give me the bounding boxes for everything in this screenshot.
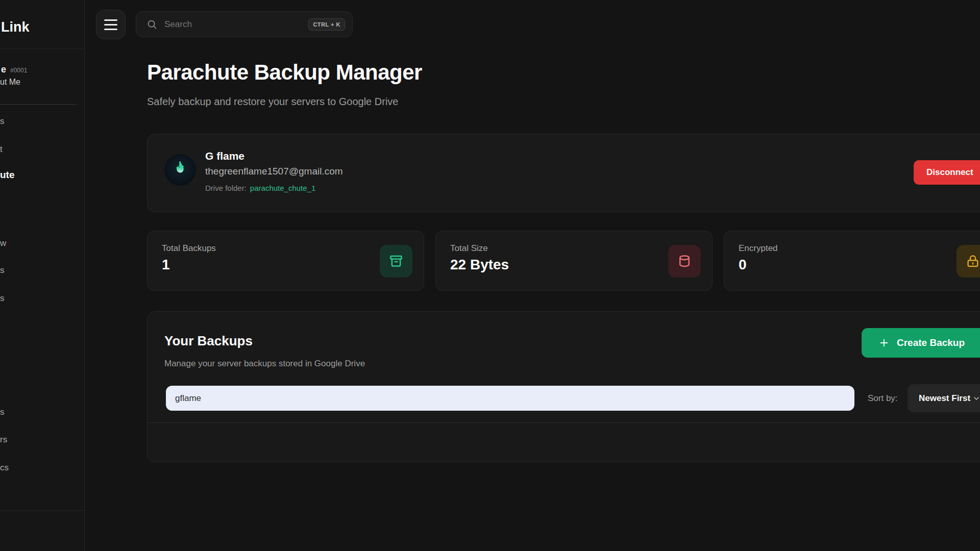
sort-dropdown[interactable]: Newest First xyxy=(908,384,980,412)
account-name: G flame xyxy=(205,150,244,162)
search-icon xyxy=(146,19,157,30)
stat-label: Total Size xyxy=(450,243,488,254)
lock-icon xyxy=(965,254,980,269)
sidebar-user-name: e#0001 xyxy=(1,64,27,75)
drive-folder-label: Drive folder: xyxy=(205,184,247,192)
flame-icon xyxy=(172,160,189,180)
stat-value: 0 xyxy=(739,257,747,273)
sidebar-item[interactable]: s xyxy=(0,116,5,127)
user-tag: #0001 xyxy=(10,67,27,74)
stat-icon-box xyxy=(380,245,412,278)
sort-dropdown-value: Newest First xyxy=(919,393,970,404)
sidebar-item[interactable]: t xyxy=(0,144,3,155)
stat-icon-box xyxy=(668,245,701,278)
stat-value: 22 Bytes xyxy=(450,257,509,273)
sidebar-item[interactable]: s xyxy=(0,293,5,304)
stat-card-encrypted: Encrypted 0 xyxy=(724,231,980,291)
sidebar-item[interactable]: cs xyxy=(0,463,9,473)
google-account-card: G flame thegreenflame1507@gmail.com Driv… xyxy=(147,134,980,212)
sidebar-divider xyxy=(0,104,77,105)
your-backups-card: Your Backups Manage your server backups … xyxy=(147,311,980,462)
stat-value: 1 xyxy=(162,257,170,273)
stat-label: Encrypted xyxy=(739,243,778,254)
drive-folder-row: Drive folder:parachute_chute_1 xyxy=(205,184,315,192)
backups-title: Your Backups xyxy=(164,333,253,349)
avatar xyxy=(164,154,196,186)
page-subtitle: Safely backup and restore your servers t… xyxy=(147,96,398,108)
plus-icon xyxy=(878,337,890,348)
drive-folder-link[interactable]: parachute_chute_1 xyxy=(250,184,315,192)
stat-card-total-size: Total Size 22 Bytes xyxy=(435,231,713,291)
stat-label: Total Backups xyxy=(162,243,216,254)
sidebar-divider xyxy=(0,510,85,511)
app-logo-text: Link xyxy=(1,19,30,35)
backup-search-input[interactable] xyxy=(166,386,854,411)
hamburger-icon xyxy=(104,19,117,21)
backups-subtitle: Manage your server backups stored in Goo… xyxy=(164,359,365,369)
archive-icon xyxy=(388,254,404,269)
create-backup-button[interactable]: Create Backup xyxy=(862,328,980,358)
search-input[interactable] xyxy=(164,19,301,30)
sidebar-item-parachute-active[interactable]: ute xyxy=(0,169,15,181)
sidebar: Link e#0001 ut Me s t ute w s s s rs cs xyxy=(0,0,85,551)
sidebar-item[interactable]: s xyxy=(0,265,5,276)
backups-list-divider xyxy=(148,422,980,423)
global-search-bar[interactable]: CTRL + K xyxy=(136,11,353,37)
chevron-down-icon xyxy=(972,394,980,403)
sidebar-item[interactable]: w xyxy=(0,238,6,248)
shortcut-badge: CTRL + K xyxy=(308,18,345,31)
sort-by-label: Sort by: xyxy=(868,393,898,404)
create-backup-label: Create Backup xyxy=(897,337,965,348)
page-title: Parachute Backup Manager xyxy=(147,60,422,85)
disconnect-button[interactable]: Disconnect xyxy=(914,160,980,185)
sidebar-divider xyxy=(0,48,85,49)
sidebar-user-about: ut Me xyxy=(0,78,20,87)
account-email: thegreenflame1507@gmail.com xyxy=(205,166,343,177)
user-name-fragment: e xyxy=(1,64,6,74)
database-icon xyxy=(677,254,692,269)
stat-card-total-backups: Total Backups 1 xyxy=(147,231,424,291)
sidebar-item[interactable]: s xyxy=(0,407,5,417)
stat-icon-box xyxy=(957,245,980,278)
sidebar-item[interactable]: rs xyxy=(0,435,7,445)
menu-button[interactable] xyxy=(96,10,126,39)
